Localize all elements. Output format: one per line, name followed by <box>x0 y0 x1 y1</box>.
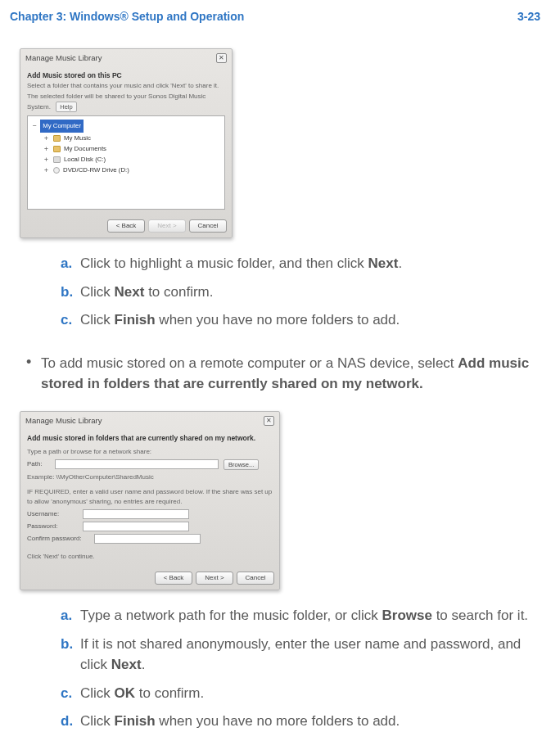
tree-item-local-disk[interactable]: + Local Disk (C:) <box>43 155 221 165</box>
step-text: If it is not shared anonymously, enter t… <box>80 634 535 676</box>
dialog1-line2: The selected folder will be shared to yo… <box>27 93 205 111</box>
bullet-text: To add music stored on a remote computer… <box>41 353 537 395</box>
dialog1-body: Add Music stored on this PC Select a fol… <box>20 67 232 216</box>
tree-label: Local Disk (C:) <box>64 155 106 165</box>
chapter-title: Chapter 3: Windows® Setup and Operation <box>10 8 244 25</box>
dialog1-line1: Select a folder that contains your music… <box>27 81 225 91</box>
tree-item-my-documents[interactable]: + My Documents <box>43 144 221 154</box>
expand-icon[interactable]: + <box>43 155 50 165</box>
step-letter: a. <box>61 253 80 274</box>
dialog2-line1: Type a path or browse for a network shar… <box>27 447 273 457</box>
expand-icon[interactable]: + <box>43 133 50 143</box>
folder-icon <box>53 146 61 152</box>
step-letter: b. <box>61 634 80 676</box>
tree-root-row[interactable]: − My Computer <box>31 120 221 133</box>
dialog-manage-music-library-local: Manage Music Library ✕ Add Music stored … <box>20 48 233 238</box>
step-letter: c. <box>61 683 80 704</box>
next-button: Next > <box>148 219 186 233</box>
username-row: Username: <box>27 509 273 519</box>
step-a: a. Click to highlight a music folder, an… <box>61 253 535 274</box>
step-d: d. Click Finish when you have no more fo… <box>61 711 535 732</box>
step-c: c. Click Finish when you have no more fo… <box>61 310 535 331</box>
creds-text: IF REQUIRED, enter a valid user name and… <box>27 487 273 507</box>
tree-item-my-music[interactable]: + My Music <box>43 133 221 143</box>
help-button[interactable]: Help <box>56 102 76 112</box>
folder-tree[interactable]: − My Computer + My Music + My Documents … <box>27 115 225 210</box>
example-text: Example: \\MyOtherComputer\SharedMusic <box>27 472 273 482</box>
disk-icon <box>53 156 61 163</box>
folder-icon <box>53 135 61 142</box>
next-button[interactable]: Next > <box>196 572 233 585</box>
step-b: b. If it is not shared anonymously, ente… <box>61 634 535 676</box>
confirm-password-row: Confirm password: <box>27 534 273 544</box>
collapse-icon[interactable]: − <box>31 121 38 131</box>
username-input[interactable] <box>83 509 189 519</box>
step-text: Click Finish when you have no more folde… <box>80 711 535 732</box>
step-text: Click Finish when you have no more folde… <box>80 310 535 331</box>
password-row: Password: <box>27 522 273 531</box>
cancel-button[interactable]: Cancel <box>189 219 227 233</box>
expand-icon[interactable]: + <box>43 165 50 175</box>
password-label: Password: <box>27 522 78 531</box>
continue-text: Click 'Next' to continue. <box>27 552 273 562</box>
dialog2-titlebar: Manage Music Library ✕ <box>20 412 279 430</box>
username-label: Username: <box>27 509 78 519</box>
step-a: a. Type a network path for the music fol… <box>61 605 535 626</box>
page-header: Chapter 3: Windows® Setup and Operation … <box>0 0 560 32</box>
dialog2-heading: Add music stored in folders that are cur… <box>27 433 273 444</box>
dialog1-line2-row: The selected folder will be shared to yo… <box>27 91 225 112</box>
confirm-password-label: Confirm password: <box>27 534 89 544</box>
close-icon[interactable]: ✕ <box>264 416 274 426</box>
tree-label: My Documents <box>64 144 106 154</box>
page-number: 3-23 <box>517 8 540 25</box>
step-letter: b. <box>61 282 80 303</box>
bullet-network: • To add music stored on a remote comput… <box>13 338 547 395</box>
confirm-password-input[interactable] <box>94 534 201 544</box>
cancel-button[interactable]: Cancel <box>237 572 274 585</box>
dialog1-titlebar: Manage Music Library ✕ <box>20 49 232 67</box>
back-button[interactable]: < Back <box>107 219 145 233</box>
step-text: Click to highlight a music folder, and t… <box>80 253 535 274</box>
step-letter: c. <box>61 310 80 331</box>
step-c: c. Click OK to confirm. <box>61 683 535 704</box>
dialog-manage-music-library-network: Manage Music Library ✕ Add music stored … <box>20 411 280 590</box>
bullet-icon: • <box>26 353 33 395</box>
tree-item-dvd-drive[interactable]: + DVD/CD-RW Drive (D:) <box>43 165 221 175</box>
dialog1-buttons: < Back Next > Cancel <box>20 216 232 237</box>
step-text: Click OK to confirm. <box>80 683 535 704</box>
disc-icon <box>53 167 60 174</box>
back-button[interactable]: < Back <box>155 572 192 585</box>
steps-network: a. Type a network path for the music fol… <box>13 605 547 732</box>
step-letter: d. <box>61 711 80 732</box>
dialog2-buttons: < Back Next > Cancel <box>20 568 279 590</box>
step-b: b. Click Next to confirm. <box>61 282 535 303</box>
path-input[interactable] <box>55 459 219 469</box>
expand-icon[interactable]: + <box>43 144 50 154</box>
password-input[interactable] <box>83 522 189 531</box>
dialog1-title: Manage Music Library <box>25 52 102 64</box>
path-label: Path: <box>27 459 50 469</box>
page-content: Manage Music Library ✕ Add Music stored … <box>0 48 560 732</box>
browse-button[interactable]: Browse... <box>224 459 259 470</box>
path-row: Path: Browse... <box>27 459 273 470</box>
steps-local: a. Click to highlight a music folder, an… <box>13 253 547 331</box>
step-letter: a. <box>61 605 80 626</box>
dialog2-body: Add music stored in folders that are cur… <box>20 430 279 568</box>
tree-label: My Music <box>64 133 91 143</box>
dialog1-heading: Add Music stored on this PC <box>27 70 225 81</box>
tree-root[interactable]: My Computer <box>40 120 84 133</box>
tree-label: DVD/CD-RW Drive (D:) <box>63 165 129 175</box>
dialog2-title: Manage Music Library <box>25 415 102 427</box>
step-text: Type a network path for the music folder… <box>80 605 535 626</box>
close-icon[interactable]: ✕ <box>216 53 227 63</box>
step-text: Click Next to confirm. <box>80 282 535 303</box>
